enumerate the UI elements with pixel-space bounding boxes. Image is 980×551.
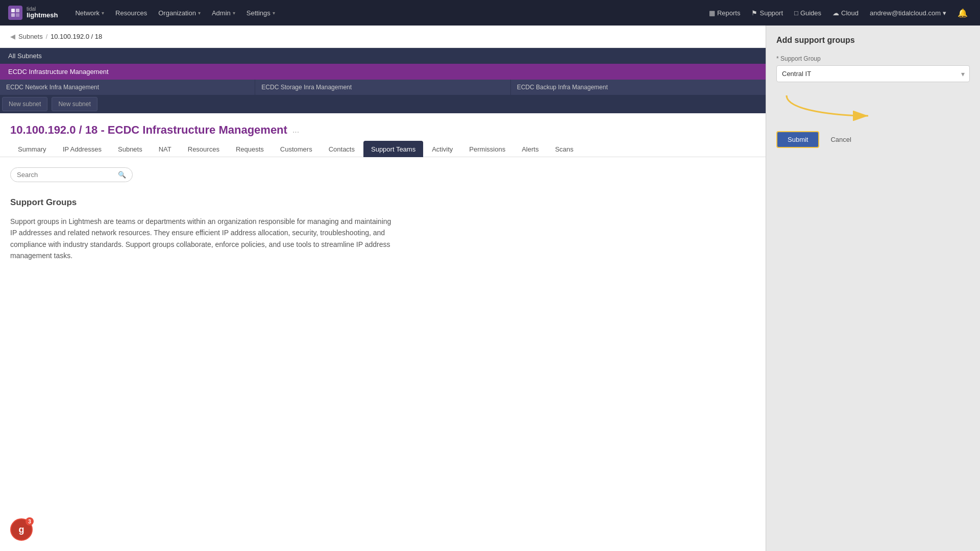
- book-icon: □: [794, 9, 798, 17]
- tab-resources[interactable]: Resources: [180, 141, 227, 157]
- all-subnets-item[interactable]: All Subnets: [0, 48, 766, 64]
- active-subnet-item[interactable]: ECDC Infrastructure Management: [0, 64, 766, 80]
- nav-reports[interactable]: ▦ Reports: [705, 7, 745, 19]
- all-subnets-label: All Subnets: [8, 52, 42, 60]
- breadcrumb-current-page: 10.100.192.0 / 18: [51, 33, 102, 40]
- support-icon: ⚑: [751, 9, 757, 17]
- svg-rect-1: [16, 9, 19, 12]
- chevron-down-icon: ▾: [943, 9, 946, 17]
- notification-bell-icon[interactable]: 🔔: [953, 6, 972, 20]
- page-title-menu-dots[interactable]: ...: [292, 126, 299, 135]
- breadcrumb-separator: /: [46, 33, 47, 40]
- right-panel: Add support groups * Support Group Centr…: [766, 26, 980, 551]
- subnet-tree: All Subnets ECDC Infrastructure Manageme…: [0, 48, 766, 113]
- logo-text: tidal lightmesh: [27, 6, 58, 19]
- chevron-down-icon: ▾: [273, 10, 275, 16]
- top-navigation: tidal lightmesh Network ▾ Resources Orga…: [0, 0, 980, 26]
- tab-requests[interactable]: Requests: [228, 141, 272, 157]
- cancel-button[interactable]: Cancel: [824, 132, 857, 147]
- nav-organization[interactable]: Organization ▾: [153, 6, 206, 20]
- search-input[interactable]: [17, 171, 115, 179]
- support-group-label: * Support Group: [776, 55, 970, 62]
- chevron-down-icon: ▾: [102, 10, 104, 16]
- nav-user[interactable]: andrew@tidalcloud.com ▾: [866, 7, 950, 19]
- nav-support[interactable]: ⚑ Support: [747, 7, 787, 19]
- support-group-select[interactable]: Central IT Network Team Security Team Op…: [776, 65, 970, 82]
- subnet-child-2[interactable]: ECDC Backup Infra Management: [511, 80, 766, 95]
- svg-rect-0: [11, 9, 15, 12]
- tab-subnets[interactable]: Subnets: [110, 141, 150, 157]
- tab-permissions[interactable]: Permissions: [461, 141, 513, 157]
- tab-alerts[interactable]: Alerts: [514, 141, 546, 157]
- gravatar-letter: g: [19, 524, 24, 535]
- support-group-field: * Support Group Central IT Network Team …: [776, 55, 970, 82]
- tab-content-area: 🔍 Support Groups Support groups in Light…: [0, 157, 766, 272]
- tab-activity[interactable]: Activity: [424, 141, 460, 157]
- tab-customers[interactable]: Customers: [273, 141, 320, 157]
- tab-scans[interactable]: Scans: [547, 141, 581, 157]
- nav-network[interactable]: Network ▾: [70, 6, 109, 20]
- panel-title: Add support groups: [776, 36, 970, 45]
- gravatar-badge[interactable]: g 3: [10, 518, 33, 541]
- nav-settings[interactable]: Settings ▾: [241, 6, 280, 20]
- tab-support-teams[interactable]: Support Teams: [363, 141, 423, 157]
- page-wrapper: ◀ Subnets / 10.100.192.0 / 18 All Subnet…: [0, 26, 980, 551]
- logo-icon: [8, 6, 22, 20]
- page-title: 10.100.192.0 / 18 - ECDC Infrastructure …: [10, 123, 287, 137]
- nav-cloud[interactable]: ☁ Cloud: [828, 7, 863, 19]
- support-groups-description: Support groups in Lightmesh are teams or…: [10, 216, 393, 262]
- submit-button[interactable]: Submit: [776, 131, 819, 148]
- chart-icon: ▦: [709, 9, 715, 17]
- cloud-icon: ☁: [832, 9, 839, 17]
- subnet-child-0[interactable]: ECDC Network Infra Management: [0, 80, 255, 95]
- support-group-select-wrapper: Central IT Network Team Security Team Op…: [776, 65, 970, 82]
- search-bar[interactable]: 🔍: [10, 167, 133, 182]
- subnet-children: ECDC Network Infra Management ECDC Stora…: [0, 80, 766, 95]
- new-subnet-button-0[interactable]: New subnet: [2, 97, 47, 111]
- nav-items: Network ▾ Resources Organization ▾ Admin…: [70, 6, 703, 20]
- logo-area[interactable]: tidal lightmesh: [8, 6, 58, 20]
- page-title-area: 10.100.192.0 / 18 - ECDC Infrastructure …: [0, 113, 766, 141]
- tab-summary[interactable]: Summary: [10, 141, 54, 157]
- nav-resources[interactable]: Resources: [110, 6, 152, 20]
- nav-right: ▦ Reports ⚑ Support □ Guides ☁ Cloud and…: [705, 6, 972, 20]
- active-subnet-label: ECDC Infrastructure Management: [8, 68, 109, 76]
- new-subnet-button-1[interactable]: New subnet: [52, 97, 97, 111]
- nav-guides[interactable]: □ Guides: [790, 7, 825, 19]
- chevron-down-icon: ▾: [198, 10, 201, 16]
- svg-rect-2: [11, 13, 15, 17]
- form-actions: Submit Cancel: [776, 131, 970, 148]
- arrow-annotation-area: [776, 90, 970, 121]
- svg-rect-3: [16, 13, 19, 17]
- notification-badge-count: 3: [26, 517, 34, 525]
- main-content: ◀ Subnets / 10.100.192.0 / 18 All Subnet…: [0, 26, 766, 551]
- tab-contacts[interactable]: Contacts: [321, 141, 362, 157]
- breadcrumb: ◀ Subnets / 10.100.192.0 / 18: [0, 26, 766, 48]
- support-groups-title: Support Groups: [10, 197, 393, 208]
- tabs-container: Summary IP Addresses Subnets NAT Resourc…: [0, 141, 766, 157]
- tab-nat[interactable]: NAT: [151, 141, 179, 157]
- nav-admin[interactable]: Admin ▾: [207, 6, 240, 20]
- arrow-svg: [776, 90, 889, 121]
- logo-lightmesh-label: lightmesh: [27, 12, 58, 19]
- breadcrumb-arrow-left: ◀: [10, 33, 15, 40]
- breadcrumb-subnets-link[interactable]: Subnets: [18, 33, 43, 40]
- new-subnet-row: New subnet New subnet: [0, 95, 766, 113]
- subnet-child-1[interactable]: ECDC Storage Inra Management: [255, 80, 510, 95]
- support-groups-section: Support Groups Support groups in Lightme…: [10, 197, 393, 262]
- tab-ip-addresses[interactable]: IP Addresses: [55, 141, 109, 157]
- chevron-down-icon: ▾: [233, 10, 235, 16]
- search-icon: 🔍: [118, 171, 126, 179]
